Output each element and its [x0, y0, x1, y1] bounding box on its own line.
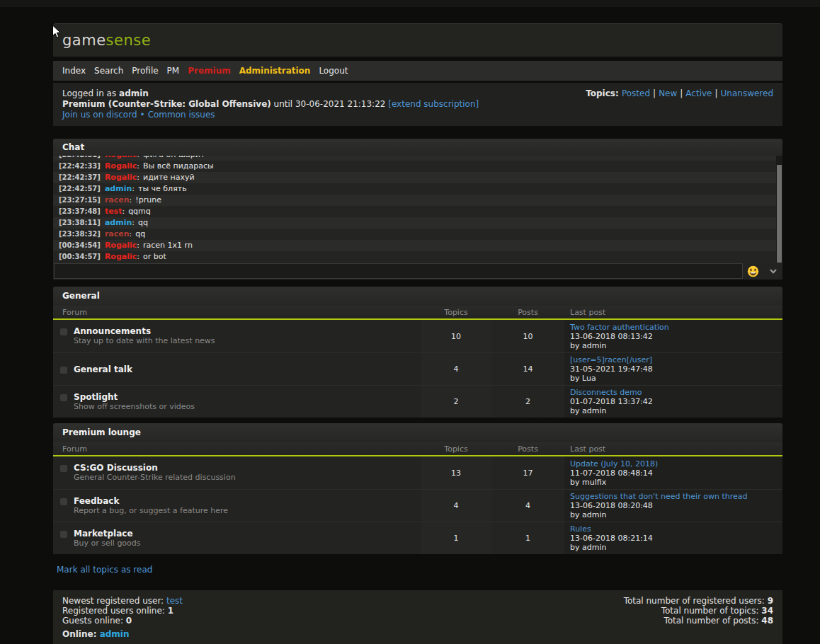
chat-timestamp: [00:34:54]	[59, 241, 101, 249]
topic-filter-link[interactable]: Unanswered	[721, 88, 773, 98]
chat-input[interactable]	[54, 263, 743, 279]
chat-panel: Chat [22:42:31]Rogalic:фига он шарит [22…	[53, 139, 782, 280]
chat-scrollbar-thumb[interactable]	[777, 165, 782, 263]
registered-online-line: Registered users online: 1	[62, 606, 183, 616]
column-header-forum: Forum	[53, 306, 421, 318]
topics-count: 4	[421, 353, 491, 385]
forum-description: Show off screenshots or videos	[74, 402, 195, 412]
chat-scrollbar[interactable]	[776, 156, 782, 263]
last-post-link[interactable]: [user=5]racen[/user]	[570, 355, 777, 364]
table-header: Forum Topics Posts Last post	[53, 442, 782, 456]
nav-item[interactable]: Search	[94, 66, 123, 76]
forum-name-link[interactable]: Announcements	[74, 326, 215, 336]
chat-username[interactable]: racen	[105, 229, 130, 238]
site-logo[interactable]: gamesense	[62, 32, 151, 49]
last-post-link[interactable]: Disconnects demo	[570, 388, 777, 397]
chat-message: [23:38:11]admin:qq	[53, 217, 776, 229]
column-header-lastpost: Last post	[564, 442, 782, 455]
last-post-author: by admin	[570, 543, 777, 552]
chat-text: Вы всё пидарасы	[143, 161, 214, 171]
chat-text: racen 1x1 rn	[143, 241, 193, 250]
online-user-link[interactable]: admin	[100, 629, 130, 639]
forum-name-link[interactable]: General talk	[74, 364, 132, 374]
chat-message: [23:38:32]racen:qq	[53, 229, 776, 240]
chat-username[interactable]: Rogalic	[105, 241, 137, 250]
chevron-down-icon[interactable]	[768, 266, 778, 276]
last-post-cell: Two factor authentication 13-06-2018 08:…	[564, 320, 782, 352]
current-username: admin	[119, 88, 149, 98]
chat-username[interactable]: test	[105, 207, 123, 216]
chat-username[interactable]: racen	[105, 195, 130, 205]
forum-name-link[interactable]: CS:GO Discussion	[74, 463, 236, 473]
user-info-bar: Logged in as admin Premium (Counter-Stri…	[53, 83, 782, 126]
mouse-cursor	[52, 25, 62, 41]
chat-username[interactable]: admin	[105, 184, 132, 193]
nav-item[interactable]: Logout	[319, 66, 348, 76]
discord-link[interactable]: Join us on discord	[62, 110, 137, 120]
last-post-date: 01-07-2018 13:37:42	[570, 397, 777, 406]
emoji-button[interactable]	[747, 265, 759, 277]
logo-text-sense: sense	[106, 32, 152, 49]
forum-status-icon	[60, 328, 67, 335]
extend-subscription-link[interactable]: [extend subscription]	[388, 99, 479, 109]
nav-item[interactable]: Administration	[239, 66, 311, 76]
forum-description: Buy or sell goods	[74, 539, 141, 548]
forum-row[interactable]: Spotlight Show off screenshots or videos…	[53, 385, 782, 418]
topic-filter-link[interactable]: New	[659, 88, 677, 98]
topic-filter-link[interactable]: Active	[685, 88, 712, 98]
column-header-lastpost: Last post	[564, 306, 782, 318]
guests-online-line: Guests online: 0	[62, 616, 183, 626]
forum-row[interactable]: Announcements Stay up to date with the l…	[53, 320, 782, 352]
chat-message: [23:27:15]racen:!prune	[53, 195, 776, 206]
subscription-name: Premium (Counter-Strike: Global Offensiv…	[62, 99, 271, 109]
chat-text: or bot	[143, 252, 166, 261]
topic-filters: Topics: Posted|New|Active|Unanswered|	[586, 88, 773, 99]
nav-item[interactable]: PM	[167, 66, 180, 76]
link-separator: •	[140, 110, 145, 120]
forum-row[interactable]: CS:GO Discussion General Counter-Strike …	[53, 456, 782, 489]
chat-timestamp: [00:34:57]	[59, 253, 101, 260]
forum-name-link[interactable]: Marketplace	[74, 529, 141, 539]
forum-row[interactable]: General talk 4 14 [user=5]racen[/user] 3…	[53, 352, 782, 385]
chat-username[interactable]: admin	[105, 218, 132, 227]
last-post-link[interactable]: Suggestions that don't need their own th…	[570, 492, 777, 501]
posts-count: 14	[491, 353, 564, 385]
chat-text: фига он шарит	[143, 156, 205, 159]
newest-user-link[interactable]: test	[166, 596, 183, 606]
last-post-link[interactable]: Two factor authentication	[570, 323, 777, 332]
last-post-cell: Disconnects demo 01-07-2018 13:37:42 by …	[564, 386, 782, 418]
newest-user-line: Newest registered user: test	[62, 596, 183, 606]
chat-timestamp: [23:37:48]	[59, 207, 101, 215]
last-post-link[interactable]: Rules	[570, 524, 777, 534]
column-header-forum: Forum	[53, 442, 421, 455]
chat-username[interactable]: Rogalic	[105, 161, 137, 171]
forum-status-icon	[60, 367, 67, 374]
nav-item[interactable]: Premium	[188, 66, 231, 76]
topics-count: 2	[421, 386, 491, 418]
chat-username[interactable]: Rogalic	[105, 252, 137, 261]
chat-username[interactable]: Rogalic	[105, 173, 137, 182]
forum-name-link[interactable]: Spotlight	[74, 392, 195, 402]
common-issues-link[interactable]: Common issues	[148, 110, 215, 120]
forum-row[interactable]: Marketplace Buy or sell goods 1 1 Rules …	[53, 522, 782, 554]
topic-filter-link[interactable]: Posted	[622, 88, 650, 98]
total-posts-line: Total number of posts: 48	[624, 616, 773, 626]
last-post-cell: Update (July 10, 2018) 11-07-2018 08:48:…	[564, 456, 782, 489]
nav-item[interactable]: Profile	[132, 66, 158, 76]
chat-text: qq	[135, 229, 145, 238]
chat-message: [22:42:37]Rogalic:идите нахуй	[53, 172, 776, 183]
chat-username[interactable]: Rogalic	[105, 156, 137, 159]
topics-count: 1	[421, 522, 491, 554]
last-post-link[interactable]: Update (July 10, 2018)	[570, 459, 777, 468]
nav-item[interactable]: Index	[62, 66, 86, 76]
column-header-topics: Topics	[421, 306, 491, 318]
topics-count: 13	[421, 456, 491, 489]
forum-row[interactable]: Feedback Report a bug, or suggest a feat…	[53, 489, 782, 522]
last-post-date: 11-07-2018 08:48:14	[570, 468, 777, 478]
mark-all-read-link[interactable]: Mark all topics as read	[57, 565, 152, 575]
total-users-line: Total number of registered users: 9	[624, 596, 773, 606]
chat-timestamp: [22:42:37]	[59, 173, 101, 181]
forum-status-icon	[60, 531, 67, 538]
forum-name-link[interactable]: Feedback	[74, 496, 228, 506]
forum-description: Stay up to date with the latest news	[74, 336, 215, 346]
